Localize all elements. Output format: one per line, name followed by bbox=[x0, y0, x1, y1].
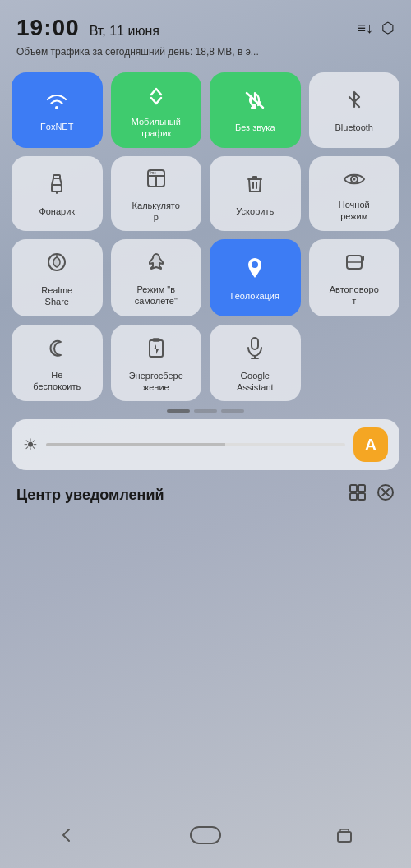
status-bar: 19:00 Вт, 11 июня ≡↓ ⬡ bbox=[0, 0, 411, 44]
scroll-dots bbox=[0, 409, 411, 413]
mobile-traffic-icon bbox=[145, 84, 168, 111]
location-icon bbox=[245, 256, 265, 285]
tile-airplane-label: Режим "в самолете" bbox=[135, 284, 178, 307]
tile-speed[interactable]: Ускорить bbox=[210, 156, 301, 232]
battery-icon bbox=[147, 336, 165, 365]
tile-airplane[interactable]: Режим "в самолете" bbox=[111, 239, 202, 316]
tile-foxnet[interactable]: FoxNET bbox=[12, 72, 103, 148]
svg-point-16 bbox=[252, 261, 258, 268]
dot-2 bbox=[194, 409, 217, 413]
rotate-icon bbox=[343, 252, 366, 279]
tile-foxnet-label: FoxNET bbox=[40, 121, 73, 132]
tile-google-assistant-label: Google Assistant bbox=[237, 370, 274, 394]
tile-autorotate-label: Автоповоро т bbox=[330, 284, 379, 307]
wifi-icon bbox=[45, 90, 68, 116]
nav-home-button[interactable] bbox=[190, 826, 221, 844]
airplane-icon bbox=[145, 252, 168, 279]
nav-bar bbox=[0, 809, 411, 868]
tile-mobile-traffic-label: Мобильный трафик bbox=[132, 116, 181, 140]
notif-header: Центр уведомлений bbox=[0, 478, 411, 515]
brightness-icon: ☀ bbox=[23, 435, 38, 455]
tile-speed-label: Ускорить bbox=[236, 205, 274, 217]
notif-header-icons bbox=[349, 483, 395, 506]
tile-realme-share-label: Realme Share bbox=[41, 284, 72, 308]
svg-rect-26 bbox=[350, 493, 357, 500]
tile-calculator-label: Калькулято р bbox=[132, 200, 180, 224]
status-time: 19:00 bbox=[16, 15, 80, 41]
nav-back-button[interactable] bbox=[57, 825, 76, 845]
auto-brightness-button[interactable]: A bbox=[353, 427, 388, 462]
tile-realme-share[interactable]: Realme Share bbox=[12, 239, 103, 316]
tile-geo-label: Геолокация bbox=[231, 290, 279, 302]
svg-rect-31 bbox=[338, 832, 351, 842]
notif-title: Центр уведомлений bbox=[16, 487, 164, 504]
brightness-slider[interactable] bbox=[46, 443, 345, 446]
tile-silent[interactable]: Без звука bbox=[210, 72, 301, 148]
svg-rect-27 bbox=[358, 493, 365, 500]
realme-icon bbox=[45, 251, 68, 279]
svg-rect-25 bbox=[358, 485, 365, 492]
menu-list-icon: ≡↓ bbox=[357, 20, 373, 37]
mic-icon bbox=[246, 336, 264, 365]
tile-silent-label: Без звука bbox=[235, 122, 275, 133]
svg-rect-24 bbox=[350, 485, 357, 492]
status-icons: ≡↓ ⬡ bbox=[357, 19, 395, 37]
svg-point-13 bbox=[353, 178, 355, 180]
status-date: Вт, 11 июня bbox=[90, 24, 159, 39]
tile-bluetooth[interactable]: Bluetooth bbox=[309, 72, 400, 148]
tile-nightmode-label: Ночной режим bbox=[339, 199, 370, 223]
bluetooth-icon bbox=[345, 90, 363, 117]
quick-tiles-grid: FoxNET Мобильный трафик Без звука bbox=[0, 66, 411, 406]
tile-bluetooth-label: Bluetooth bbox=[335, 122, 373, 133]
svg-rect-2 bbox=[52, 185, 62, 192]
dot-1 bbox=[167, 409, 190, 413]
settings-icon: ⬡ bbox=[381, 19, 395, 37]
tile-calculator[interactable]: + ÷ ÷× Калькулято р bbox=[111, 156, 202, 232]
tile-battery-saver[interactable]: Энергосбере жение bbox=[111, 325, 202, 402]
brightness-row[interactable]: ☀ A bbox=[12, 419, 399, 470]
tile-autorotate[interactable]: Автоповоро т bbox=[309, 239, 400, 316]
flashlight-icon bbox=[47, 173, 67, 201]
nav-home-pill bbox=[190, 826, 221, 844]
tile-mobile-traffic[interactable]: Мобильный трафик bbox=[111, 72, 202, 148]
tile-google-assistant[interactable]: Google Assistant bbox=[210, 325, 301, 402]
eye-icon bbox=[343, 169, 366, 194]
tile-battery-saver-label: Энергосбере жение bbox=[129, 370, 183, 394]
svg-text:÷×: ÷× bbox=[149, 169, 156, 177]
tile-flashlight-label: Фонарик bbox=[39, 205, 75, 217]
tile-dnd[interactable]: Не беспокоить bbox=[12, 325, 103, 402]
trash-icon bbox=[245, 173, 265, 201]
dot-3 bbox=[221, 409, 244, 413]
svg-rect-21 bbox=[252, 338, 258, 349]
moon-icon bbox=[46, 337, 67, 364]
tile-nightmode[interactable]: Ночной режим bbox=[309, 156, 400, 232]
tile-geo[interactable]: Геолокация bbox=[210, 239, 301, 316]
tile-flashlight[interactable]: Фонарик bbox=[12, 156, 103, 232]
notif-clear-icon[interactable] bbox=[376, 483, 395, 506]
nav-recents-button[interactable] bbox=[335, 825, 354, 845]
traffic-info: Объем трафика за сегодняшний день: 18,8 … bbox=[0, 44, 411, 66]
calculator-icon: + ÷ ÷× bbox=[145, 168, 167, 195]
mute-icon bbox=[243, 90, 266, 117]
auto-brightness-label: A bbox=[365, 436, 376, 455]
notif-grid-icon[interactable] bbox=[349, 483, 367, 506]
tile-dnd-label: Не беспокоить bbox=[33, 369, 81, 393]
notif-empty-area bbox=[0, 515, 411, 679]
